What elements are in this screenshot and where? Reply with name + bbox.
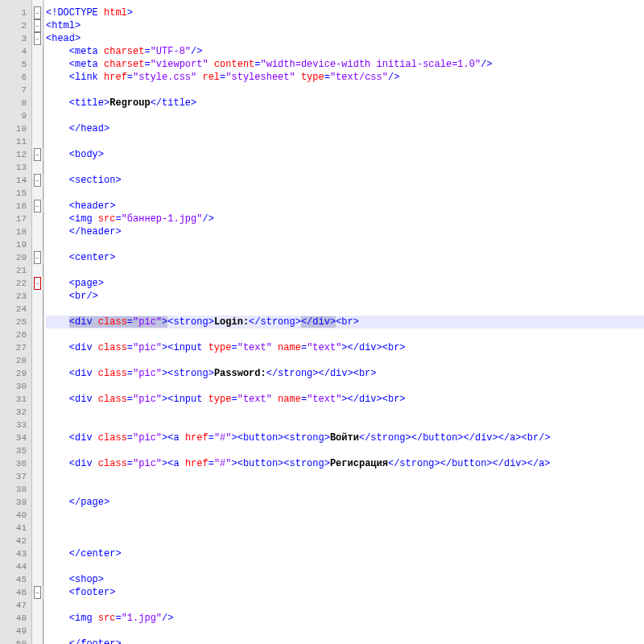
line-number[interactable]: 41: [0, 522, 31, 535]
code-line[interactable]: <page>: [46, 277, 644, 290]
line-number[interactable]: 44: [0, 560, 31, 573]
code-line[interactable]: <header>: [46, 200, 644, 213]
line-number[interactable]: 10: [0, 122, 31, 135]
code-line[interactable]: </footer>: [46, 638, 644, 644]
line-number[interactable]: 21: [0, 264, 31, 277]
code-line[interactable]: <meta charset="UTF-8"/>: [46, 45, 644, 58]
code-line[interactable]: [46, 535, 644, 547]
code-line[interactable]: [46, 560, 644, 573]
line-number[interactable]: 15: [0, 187, 31, 200]
code-line[interactable]: <br/>: [46, 290, 644, 303]
code-line[interactable]: [46, 380, 644, 393]
line-number[interactable]: 37: [0, 470, 31, 483]
fold-toggle-icon[interactable]: −: [34, 174, 41, 187]
line-number[interactable]: 22: [0, 277, 31, 290]
code-line[interactable]: [46, 483, 644, 496]
code-line[interactable]: [46, 187, 644, 200]
code-line[interactable]: [46, 470, 644, 483]
fold-toggle-icon[interactable]: −: [34, 6, 41, 19]
line-number[interactable]: 33: [0, 419, 31, 431]
line-number[interactable]: 2: [0, 19, 31, 32]
fold-toggle-icon[interactable]: −: [34, 586, 41, 599]
line-number[interactable]: 14: [0, 174, 31, 187]
code-line[interactable]: [46, 444, 644, 457]
line-number[interactable]: 26: [0, 328, 31, 341]
line-number[interactable]: 49: [0, 625, 31, 638]
code-line[interactable]: </head>: [46, 122, 644, 135]
code-line[interactable]: [46, 522, 644, 535]
line-number[interactable]: 27: [0, 341, 31, 354]
code-line[interactable]: <img src="баннер-1.jpg"/>: [46, 213, 644, 225]
fold-toggle-icon[interactable]: −: [34, 277, 41, 290]
line-number[interactable]: 4: [0, 45, 31, 58]
line-number[interactable]: 45: [0, 573, 31, 586]
line-number[interactable]: 36: [0, 457, 31, 470]
code-line[interactable]: [46, 84, 644, 97]
line-number[interactable]: 50: [0, 638, 31, 644]
fold-toggle-icon[interactable]: −: [34, 148, 41, 161]
line-number[interactable]: 9: [0, 109, 31, 122]
line-number[interactable]: 3: [0, 32, 31, 45]
fold-toggle-icon[interactable]: −: [34, 19, 41, 32]
code-line[interactable]: <!DOCTYPE html>: [46, 6, 644, 19]
code-line[interactable]: <shop>: [46, 573, 644, 586]
code-line[interactable]: <footer>: [46, 586, 644, 599]
line-number[interactable]: 43: [0, 547, 31, 560]
code-line[interactable]: </page>: [46, 496, 644, 509]
line-number[interactable]: 46: [0, 586, 31, 599]
line-number[interactable]: 1: [0, 6, 31, 19]
line-number[interactable]: 48: [0, 612, 31, 625]
line-number[interactable]: 38: [0, 483, 31, 496]
line-number[interactable]: 8: [0, 97, 31, 109]
code-line[interactable]: <html>: [46, 19, 644, 32]
code-line[interactable]: <div class="pic"><strong>Login:</strong>…: [46, 316, 644, 328]
line-number-gutter[interactable]: 1234567891011121314151617181920212223242…: [0, 0, 32, 644]
code-line[interactable]: <link href="style.css" rel="stylesheet" …: [46, 71, 644, 84]
line-number[interactable]: 28: [0, 354, 31, 367]
code-line[interactable]: <center>: [46, 251, 644, 264]
line-number[interactable]: 17: [0, 213, 31, 225]
line-number[interactable]: 40: [0, 509, 31, 522]
line-number[interactable]: 39: [0, 496, 31, 509]
line-number[interactable]: 24: [0, 303, 31, 316]
line-number[interactable]: 31: [0, 393, 31, 406]
code-line[interactable]: [46, 303, 644, 316]
code-line[interactable]: <div class="pic"><a href="#"><button><st…: [46, 431, 644, 444]
line-number[interactable]: 12: [0, 148, 31, 161]
fold-toggle-icon[interactable]: −: [34, 32, 41, 45]
code-line[interactable]: <div class="pic"><input type="text" name…: [46, 341, 644, 354]
line-number[interactable]: 25: [0, 316, 31, 328]
code-line[interactable]: [46, 599, 644, 612]
code-line[interactable]: <meta charset="viewport" content="width=…: [46, 58, 644, 71]
fold-column[interactable]: −−−−−−−−−: [32, 0, 43, 644]
line-number[interactable]: 20: [0, 251, 31, 264]
code-line[interactable]: <div class="pic"><strong>Password:</stro…: [46, 367, 644, 380]
code-line[interactable]: <title>Regroup</title>: [46, 97, 644, 109]
line-number[interactable]: 29: [0, 367, 31, 380]
line-number[interactable]: 11: [0, 135, 31, 148]
code-line[interactable]: [46, 161, 644, 174]
code-line[interactable]: [46, 109, 644, 122]
code-line[interactable]: [46, 135, 644, 148]
code-line[interactable]: </header>: [46, 225, 644, 238]
code-line[interactable]: [46, 406, 644, 419]
line-number[interactable]: 5: [0, 58, 31, 71]
line-number[interactable]: 13: [0, 161, 31, 174]
code-line[interactable]: [46, 238, 644, 251]
code-line[interactable]: [46, 509, 644, 522]
code-line[interactable]: <section>: [46, 174, 644, 187]
code-line[interactable]: [46, 264, 644, 277]
line-number[interactable]: 7: [0, 84, 31, 97]
code-line[interactable]: [46, 328, 644, 341]
line-number[interactable]: 47: [0, 599, 31, 612]
line-number[interactable]: 32: [0, 406, 31, 419]
code-line[interactable]: <body>: [46, 148, 644, 161]
code-editor[interactable]: <!DOCTYPE html><html><head> <meta charse…: [43, 0, 644, 644]
fold-toggle-icon[interactable]: −: [34, 251, 41, 264]
line-number[interactable]: 34: [0, 431, 31, 444]
line-number[interactable]: 30: [0, 380, 31, 393]
line-number[interactable]: 42: [0, 535, 31, 547]
code-line[interactable]: [46, 354, 644, 367]
code-line[interactable]: <div class="pic"><input type="text" name…: [46, 393, 644, 406]
code-line[interactable]: <div class="pic"><a href="#"><button><st…: [46, 457, 644, 470]
